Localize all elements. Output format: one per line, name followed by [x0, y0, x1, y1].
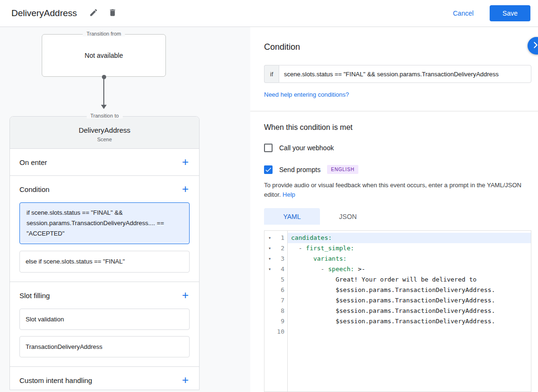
- prompt-description: To provide audio or visual feedback when…: [264, 181, 531, 200]
- condition-section-row: Condition +: [10, 176, 199, 202]
- code-line: $session.params.TransactionDeliveryAddre…: [287, 285, 531, 295]
- fold-arrow-icon[interactable]: ▾: [264, 233, 275, 243]
- code-line: - speech: >-: [287, 264, 531, 274]
- page-title: DeliveryAddress: [11, 8, 77, 18]
- section-slot-filling: Slot filling + Slot validation Transacti…: [10, 282, 199, 357]
- line-number: 4: [275, 264, 287, 274]
- on-enter-row: On enter +: [10, 149, 199, 175]
- send-prompts-checkbox[interactable]: [264, 165, 273, 174]
- condition-card-else[interactable]: else if scene.slots.status == "FINAL": [19, 251, 190, 273]
- editor-line[interactable]: 5 Great! Your order will be delivered to: [264, 274, 531, 285]
- transition-from-label: Transition from: [83, 31, 125, 36]
- add-on-enter-button[interactable]: +: [180, 157, 191, 167]
- language-badge: ENGLISH: [327, 165, 358, 174]
- transition-from-value: Not available: [85, 52, 123, 59]
- editor-line[interactable]: 7 $session.params.TransactionDeliveryAdd…: [264, 295, 531, 306]
- section-condition: Condition + if scene.slots.status == "FI…: [10, 175, 199, 273]
- condition-section-label: Condition: [19, 185, 49, 193]
- fold-spacer: [264, 295, 275, 306]
- fold-spacer: [264, 274, 275, 285]
- editor-line[interactable]: ▾1candidates:: [264, 233, 531, 243]
- webhook-option-row: Call your webhook: [264, 144, 531, 152]
- fold-spacer: [264, 316, 275, 327]
- slot-delivery-address-card[interactable]: TransactionDeliveryAddress: [19, 336, 190, 357]
- line-number: 7: [275, 295, 287, 306]
- fold-arrow-icon[interactable]: ▾: [264, 243, 275, 254]
- prompt-description-text: To provide audio or visual feedback when…: [264, 182, 521, 198]
- call-webhook-label[interactable]: Call your webhook: [279, 144, 334, 152]
- cancel-button[interactable]: Cancel: [453, 9, 474, 17]
- tab-json[interactable]: JSON: [320, 208, 376, 225]
- transition-from-box[interactable]: Transition from Not available: [42, 34, 166, 77]
- editor-line[interactable]: 6 $session.params.TransactionDeliveryAdd…: [264, 285, 531, 295]
- editor-line[interactable]: 9 $session.params.TransactionDeliveryAdd…: [264, 316, 531, 327]
- main-content: Transition from Not available Transition…: [0, 27, 538, 392]
- flow-arrowhead-icon: [101, 105, 107, 109]
- trash-icon: [108, 8, 117, 18]
- code-line: [287, 327, 531, 337]
- send-prompts-option-row: Send prompts ENGLISH: [264, 165, 531, 174]
- scene-editor: DeliveryAddress Cancel Save Transition f…: [0, 0, 538, 392]
- fold-arrow-icon[interactable]: ▾: [264, 254, 275, 264]
- line-number: 9: [275, 316, 287, 327]
- slot-validation-card[interactable]: Slot validation: [19, 309, 190, 330]
- editor-tabs: YAML JSON: [264, 208, 531, 225]
- help-link[interactable]: Help: [283, 191, 295, 198]
- when-condition-heading: When this condition is met: [264, 123, 531, 132]
- editor-line[interactable]: 8 $session.params.TransactionDeliveryAdd…: [264, 306, 531, 316]
- line-number: 8: [275, 306, 287, 316]
- scene-title: DeliveryAddress: [10, 126, 199, 134]
- delete-scene-button[interactable]: [104, 5, 120, 21]
- editor-line[interactable]: ▾4 - speech: >-: [264, 264, 531, 274]
- checkmark-icon: [264, 166, 272, 173]
- add-custom-intent-button[interactable]: +: [180, 375, 191, 385]
- line-number: 1: [275, 233, 287, 243]
- line-number: 10: [275, 327, 287, 337]
- pencil-icon: [89, 8, 98, 18]
- add-slot-button[interactable]: +: [180, 291, 191, 300]
- slot-filling-row: Slot filling +: [10, 282, 199, 309]
- code-line: $session.params.TransactionDeliveryAddre…: [287, 306, 531, 316]
- code-line: - first_simple:: [287, 243, 531, 254]
- section-divider: [250, 111, 538, 111]
- tab-yaml[interactable]: YAML: [264, 208, 320, 225]
- add-condition-button[interactable]: +: [180, 184, 191, 194]
- condition-detail-panel: Condition if Need help entering conditio…: [250, 27, 538, 392]
- flow-connector-line: [103, 78, 104, 105]
- custom-intent-row: Custom intent handling +: [10, 367, 199, 392]
- transition-to-card: Transition to DeliveryAddress Scene On e…: [9, 116, 200, 390]
- code-line: $session.params.TransactionDeliveryAddre…: [287, 316, 531, 327]
- conditions-help-link[interactable]: Need help entering conditions?: [264, 91, 349, 98]
- condition-expression-input[interactable]: [279, 65, 531, 83]
- custom-intent-label: Custom intent handling: [19, 376, 92, 384]
- editor-line[interactable]: ▾2 - first_simple:: [264, 243, 531, 254]
- yaml-editor[interactable]: ▾1candidates:▾2 - first_simple:▾3 varian…: [264, 230, 531, 392]
- editor-line[interactable]: 10: [264, 327, 531, 337]
- line-number: 5: [275, 274, 287, 285]
- if-label: if: [264, 65, 279, 83]
- header-title-group: DeliveryAddress: [11, 5, 120, 21]
- slot-filling-label: Slot filling: [19, 292, 50, 300]
- condition-expression-row: if: [264, 65, 531, 83]
- section-on-enter: On enter +: [10, 149, 199, 175]
- edit-title-button[interactable]: [85, 5, 101, 21]
- section-custom-intent: Custom intent handling +: [10, 366, 199, 392]
- scene-diagram-panel: Transition from Not available Transition…: [0, 27, 250, 392]
- call-webhook-checkbox[interactable]: [264, 144, 273, 152]
- condition-heading: Condition: [264, 42, 531, 52]
- code-line: $session.params.TransactionDeliveryAddre…: [287, 295, 531, 306]
- condition-card-selected[interactable]: if scene.slots.status == "FINAL" && sess…: [19, 202, 190, 244]
- code-line: Great! Your order will be delivered to: [287, 274, 531, 285]
- scene-subtitle: Scene: [10, 137, 199, 142]
- header-actions: Cancel Save: [453, 5, 530, 21]
- yaml-editor-lines: ▾1candidates:▾2 - first_simple:▾3 varian…: [264, 233, 531, 337]
- code-line: candidates:: [287, 233, 531, 243]
- app-header: DeliveryAddress Cancel Save: [0, 0, 538, 27]
- chevron-right-icon: [530, 40, 538, 52]
- fold-spacer: [264, 306, 275, 316]
- fold-spacer: [264, 327, 275, 337]
- save-button[interactable]: Save: [490, 5, 530, 21]
- fold-arrow-icon[interactable]: ▾: [264, 264, 275, 274]
- send-prompts-label[interactable]: Send prompts: [279, 166, 320, 173]
- editor-line[interactable]: ▾3 variants:: [264, 254, 531, 264]
